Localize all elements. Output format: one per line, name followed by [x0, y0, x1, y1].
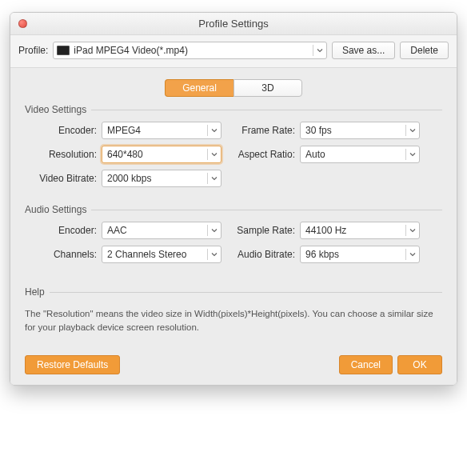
profile-select[interactable]: iPad MPEG4 Video(*.mp4) [53, 42, 327, 59]
audio-bitrate-select[interactable]: 96 kbps [300, 246, 420, 263]
audio-bitrate-value: 96 kbps [305, 249, 339, 260]
audio-encoder-label: Encoder: [26, 225, 97, 236]
window-title: Profile Settings [198, 18, 268, 30]
chevron-down-icon [405, 249, 416, 260]
video-settings-group: Video Settings Encoder: MPEG4 Frame Rate… [25, 110, 442, 192]
delete-button[interactable]: Delete [400, 42, 449, 59]
audio-settings-group: Audio Settings Encoder: AAC Sample Rate:… [25, 210, 442, 268]
audio-bitrate-label: Audio Bitrate: [226, 249, 295, 260]
help-text: The "Resolution" means the video size in… [25, 307, 442, 334]
video-encoder-value: MPEG4 [107, 125, 141, 136]
chevron-down-icon [207, 125, 218, 136]
chevron-down-icon [207, 249, 218, 260]
chevron-down-icon [207, 149, 218, 160]
video-bitrate-label: Video Bitrate: [26, 173, 97, 184]
audio-encoder-value: AAC [107, 225, 127, 236]
chevron-down-icon [313, 45, 323, 56]
profile-select-value: iPad MPEG4 Video(*.mp4) [74, 45, 188, 56]
aspect-select[interactable]: Auto [300, 146, 420, 163]
video-bitrate-select[interactable]: 2000 kbps [102, 170, 222, 187]
audio-encoder-select[interactable]: AAC [102, 222, 222, 239]
resolution-value: 640*480 [107, 149, 143, 160]
tab-general[interactable]: General [165, 79, 234, 97]
aspect-value: Auto [305, 149, 325, 160]
chevron-down-icon [405, 149, 416, 160]
dialog-footer: Restore Defaults Cancel OK [10, 345, 457, 385]
restore-defaults-button[interactable]: Restore Defaults [25, 355, 120, 374]
aspect-label: Aspect Ratio: [226, 149, 295, 160]
chevron-down-icon [405, 125, 416, 136]
device-icon [57, 46, 70, 55]
video-encoder-label: Encoder: [26, 125, 97, 136]
chevron-down-icon [405, 225, 416, 236]
samplerate-select[interactable]: 44100 Hz [300, 222, 420, 239]
chevron-down-icon [207, 173, 218, 184]
help-group: Help The "Resolution" means the video si… [25, 292, 442, 334]
chevron-down-icon [207, 225, 218, 236]
framerate-label: Frame Rate: [226, 125, 295, 136]
cancel-button[interactable]: Cancel [339, 355, 393, 374]
titlebar: Profile Settings [10, 13, 457, 35]
channels-value: 2 Channels Stereo [107, 249, 186, 260]
help-legend: Help [25, 286, 50, 298]
dialog-window: Profile Settings Profile: iPad MPEG4 Vid… [10, 12, 457, 386]
profile-label: Profile: [18, 45, 48, 56]
video-bitrate-value: 2000 kbps [107, 173, 151, 184]
channels-select[interactable]: 2 Channels Stereo [102, 246, 222, 263]
dialog-body: General 3D Video Settings Encoder: MPEG4… [10, 68, 457, 345]
channels-label: Channels: [26, 249, 97, 260]
save-as-button[interactable]: Save as... [332, 42, 395, 59]
close-icon[interactable] [18, 19, 27, 28]
ok-button[interactable]: OK [397, 355, 442, 374]
resolution-label: Resolution: [26, 149, 97, 160]
profile-row: Profile: iPad MPEG4 Video(*.mp4) Save as… [10, 35, 457, 68]
resolution-select[interactable]: 640*480 [102, 146, 222, 163]
tab-group: General 3D [25, 79, 442, 97]
video-encoder-select[interactable]: MPEG4 [102, 122, 222, 139]
video-settings-legend: Video Settings [25, 104, 91, 115]
audio-settings-legend: Audio Settings [25, 204, 91, 215]
samplerate-label: Sample Rate: [226, 225, 295, 236]
framerate-select[interactable]: 30 fps [300, 122, 420, 139]
tab-3d[interactable]: 3D [234, 79, 302, 97]
samplerate-value: 44100 Hz [305, 225, 346, 236]
framerate-value: 30 fps [305, 125, 332, 136]
